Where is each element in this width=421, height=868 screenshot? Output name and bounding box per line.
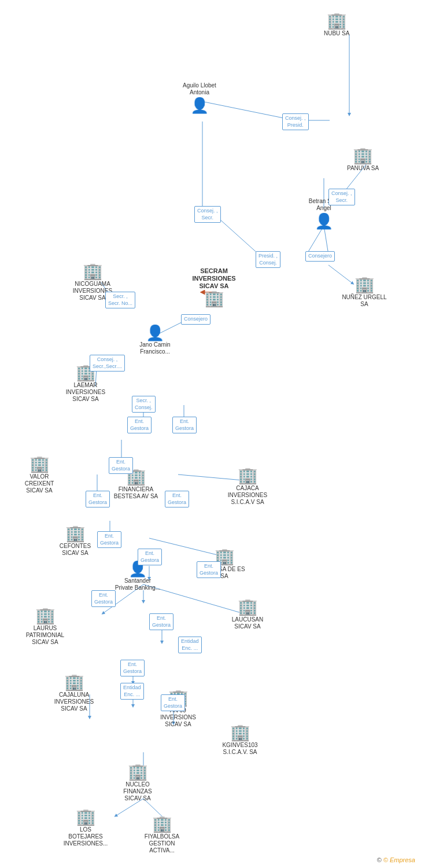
building-icon-nubu: 🏢 [327,13,347,29]
building-icon-nucleo: 🏢 [128,764,148,780]
label-panuva-sa: PANUVA SA [347,165,379,172]
label-cajaca: CAJACA INVERSIONES S.I.C.A.V SA [224,485,271,506]
label-cefontes: CEFONTES SICAV SA [52,543,98,557]
label-santander: Santander Private Banking... [115,578,161,591]
rel-box-consejero1[interactable]: Consejero [305,251,335,262]
building-icon-secram: 🏢 [204,290,224,307]
label-jano-camin: Jano Camin Francisco... [132,341,178,355]
building-icon-nuñez: 🏢 [354,277,375,293]
person-icon-jano: 👤 [146,325,164,340]
building-icon-panuva: 🏢 [353,148,373,164]
label-laemar: LAEMAR INVERSIONES SICAV SA [62,382,109,403]
rel-box-ent-gestora3[interactable]: Ent.Gestora [109,457,133,474]
label-nucleo-finanzas: NUCLEO FINANZAS SICAV SA [115,781,161,802]
node-valor-creixent[interactable]: 🏢 VALOR CREIXENT SICAV SA [16,456,62,494]
rel-box-entidad-enc2[interactable]: EntidadEnc. ... [120,683,144,700]
node-cajaluna[interactable]: 🏢 CAJALUNA INVERSIONES SICAV SA [51,674,97,712]
rel-box-ent-gestora4[interactable]: Ent.Gestora [86,491,110,507]
rel-box-presid-consej[interactable]: Presid. ,Consej. [256,251,280,268]
node-panuva-sa[interactable]: 🏢 PANUVA SA [347,148,379,172]
rel-box-entidad-enc1[interactable]: EntidadEnc. ... [178,637,202,653]
node-nucleo-finanzas[interactable]: 🏢 NUCLEO FINANZAS SICAV SA [115,764,161,802]
node-cajaca[interactable]: 🏢 CAJACA INVERSIONES S.I.C.A.V SA [224,468,271,506]
rel-box-ent-gestora10[interactable]: Ent.Gestora [149,613,173,630]
rel-box-consej-presid[interactable]: Consej. ,Presid. [282,113,309,130]
rel-box-ent-gestora1[interactable]: Ent.Gestora [127,417,152,433]
svg-line-7 [306,226,324,255]
copyright-text: © Empresa [383,856,415,863]
building-icon-cajaca: 🏢 [238,468,258,484]
rel-box-consej-secr1[interactable]: Consej. ,Secr. [328,189,355,205]
label-laurus: LAURUS PATRIMONIAL SICAV SA [22,625,68,646]
building-icon-laucusan: 🏢 [238,599,258,615]
label-financiera-bestesa: FINANCIERA BESTESA AV SA [113,486,159,500]
rel-box-consej-secr2[interactable]: Consej. ,Secr. [194,206,221,223]
person-icon-aguilo: 👤 [190,98,209,113]
label-nubu-sa: NUBU SA [324,30,349,37]
rel-box-ent-gestora2[interactable]: Ent.Gestora [172,417,197,433]
rel-box-ent-gestora5[interactable]: Ent.Gestora [165,491,189,507]
rel-box-ent-gestora8[interactable]: Ent.Gestora [197,561,221,578]
copyright-symbol: © [377,856,383,863]
node-los-botejares[interactable]: 🏢 LOS BOTEJARES INVERSIONES... [62,809,109,847]
graph-container: 🏢 NUBU SA Aguilo Llobet Antonia 👤 🏢 PANU… [0,0,421,868]
label-cajaluna: CAJALUNA INVERSIONES SICAV SA [51,692,97,712]
rel-box-ent-gestora7[interactable]: Ent.Gestora [138,549,162,565]
node-secram[interactable]: SECRAM INVERSIONES SICAV SA 🏢 [191,266,237,307]
node-jano-camin[interactable]: 👤 Jano Camin Francisco... [132,325,178,355]
node-laurus[interactable]: 🏢 LAURUS PATRIMONIAL SICAV SA [22,608,68,646]
label-valor-creixent: VALOR CREIXENT SICAV SA [16,473,62,494]
rel-box-secr-consej[interactable]: Secr. ,Consej. [132,396,156,413]
building-icon-fiyalbolsa: 🏢 [152,816,172,832]
building-icon-kginves103: 🏢 [230,724,250,741]
label-fiyalbolsa: FIYALBOLSA GESTION ACTIVA... [139,833,185,854]
building-icon-botejares: 🏢 [76,809,96,825]
building-icon-valor: 🏢 [29,456,50,472]
rel-box-ent-gestora11[interactable]: Ent.Gestora [120,660,145,676]
node-cefontes[interactable]: 🏢 CEFONTES SICAV SA [52,525,98,557]
node-nuñez-urgell[interactable]: 🏢 NUÑEZ URGELL SA [341,277,387,308]
building-icon-laurus: 🏢 [35,608,56,624]
rel-box-consej-secr3[interactable]: Consej. ,Secr.,Secr.... [90,355,125,372]
label-aguilo-top: Aguilo Llobet Antonia [176,82,223,96]
node-kginves103[interactable]: 🏢 KGINVES103 S.I.C.A.V. SA [217,724,263,756]
node-fiyalbolsa[interactable]: 🏢 FIYALBOLSA GESTION ACTIVA... [139,816,185,854]
rel-box-ent-gestora9[interactable]: Ent.Gestora [91,590,116,607]
label-laucusan: LAUCUSAN SICAV SA [224,616,271,630]
label-nuñez-urgell: NUÑEZ URGELL SA [341,294,387,308]
svg-line-8 [324,226,328,255]
node-laucusan[interactable]: 🏢 LAUCUSAN SICAV SA [224,599,271,630]
rel-box-ent-gestora6[interactable]: Ent.Gestora [97,531,121,548]
copyright: © © Empresa [377,856,415,863]
node-aguilo[interactable]: Aguilo Llobet Antonia 👤 [176,81,223,113]
label-los-botejares: LOS BOTEJARES INVERSIONES... [62,826,109,847]
building-icon-cajaluna: 🏢 [64,674,84,690]
label-kginves103: KGINVES103 S.I.C.A.V. SA [217,742,263,756]
rel-box-secr-secr-no[interactable]: Secr. ,Secr. No... [105,292,135,308]
person-icon-betran: 👤 [315,214,333,229]
label-secram: SECRAM INVERSIONES SICAV SA [191,267,237,290]
node-santander[interactable]: 👤 Santander Private Banking... [115,561,161,591]
rel-box-ent-gestora12[interactable]: Ent.Gestora [161,694,185,711]
rel-box-consejero2[interactable]: Consejero [181,314,211,325]
building-icon-cefontes: 🏢 [65,525,86,542]
node-nubu-sa[interactable]: 🏢 NUBU SA [324,13,349,37]
connections-svg [0,0,421,868]
building-icon-nicoguama: 🏢 [83,263,103,279]
svg-line-6 [214,214,259,255]
